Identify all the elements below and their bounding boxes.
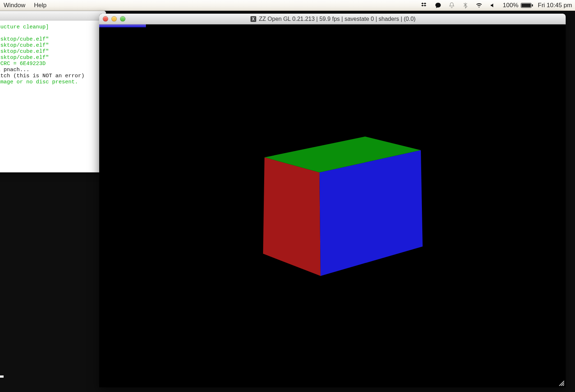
- menubar-clock[interactable]: Fri 10:45 pm: [538, 2, 572, 9]
- notification-bell-icon[interactable]: [448, 2, 455, 9]
- chat-bubble-icon[interactable]: [434, 2, 442, 9]
- close-button[interactable]: [103, 16, 108, 22]
- battery-icon: [521, 3, 532, 8]
- menubar-app-menu: Window Help: [3, 2, 46, 9]
- opengl-window-title: X ZZ Open GL 0.21.213 | 59.9 fps | saves…: [129, 16, 537, 22]
- terminal-line: .elf; CRC = 6E49223D: [0, 61, 104, 67]
- opengl-titlebar[interactable]: X ZZ Open GL 0.21.213 | 59.9 fps | saves…: [99, 14, 566, 24]
- viewport: Window Help 100%: [0, 0, 575, 392]
- resize-grip-icon[interactable]: [558, 379, 564, 386]
- terminal-line: ert/Desktop/cube.elf": [0, 55, 104, 61]
- menu-help[interactable]: Help: [34, 2, 46, 9]
- terminal-line: ert/Desktop/cube.elf": [0, 49, 104, 55]
- window-traffic-lights: [103, 16, 125, 22]
- dropbox-icon[interactable]: [421, 2, 428, 9]
- terminal-line: ert/Desktop/cube.elf": [0, 42, 104, 49]
- menu-window[interactable]: Window: [4, 2, 25, 9]
- terminal-line: d cd image or no disc present.: [0, 79, 104, 85]
- terminal-line: ert/Desktop/cube.elf": [0, 36, 104, 42]
- wifi-icon[interactable]: [475, 2, 483, 9]
- edge-artifact: [0, 375, 4, 378]
- terminal-window[interactable]: ash em/structure cleanup].elfert/Desktop…: [0, 11, 106, 172]
- macos-menubar: Window Help 100%: [0, 0, 575, 11]
- terminal-line: em/structure cleanup]: [0, 24, 104, 30]
- bluetooth-icon[interactable]: [462, 2, 469, 9]
- terminal-line: t a patch (this is NOT an error): [0, 73, 104, 79]
- volume-icon[interactable]: [489, 2, 496, 9]
- zoom-button[interactable]: [120, 16, 125, 22]
- battery-percent-label: 100%: [503, 2, 518, 9]
- menubar-status-area: 100% Fri 10:45 pm: [421, 2, 572, 9]
- battery-status[interactable]: 100%: [503, 2, 531, 9]
- terminal-tab[interactable]: ash: [0, 11, 106, 20]
- terminal-output: em/structure cleanup].elfert/Desktop/cub…: [0, 20, 106, 87]
- rendered-cube: [99, 24, 566, 387]
- opengl-window[interactable]: X ZZ Open GL 0.21.213 | 59.9 fps | saves…: [99, 14, 566, 387]
- terminal-line: load a pnach...: [0, 67, 104, 73]
- svg-line-5: [563, 384, 564, 386]
- minimize-button[interactable]: [111, 16, 117, 22]
- x11-icon: X: [250, 16, 256, 22]
- svg-marker-1: [263, 157, 321, 276]
- opengl-title-text: ZZ Open GL 0.21.213 | 59.9 fps | savesta…: [259, 16, 416, 22]
- terminal-line: .elf: [0, 30, 104, 36]
- opengl-canvas: [99, 24, 566, 387]
